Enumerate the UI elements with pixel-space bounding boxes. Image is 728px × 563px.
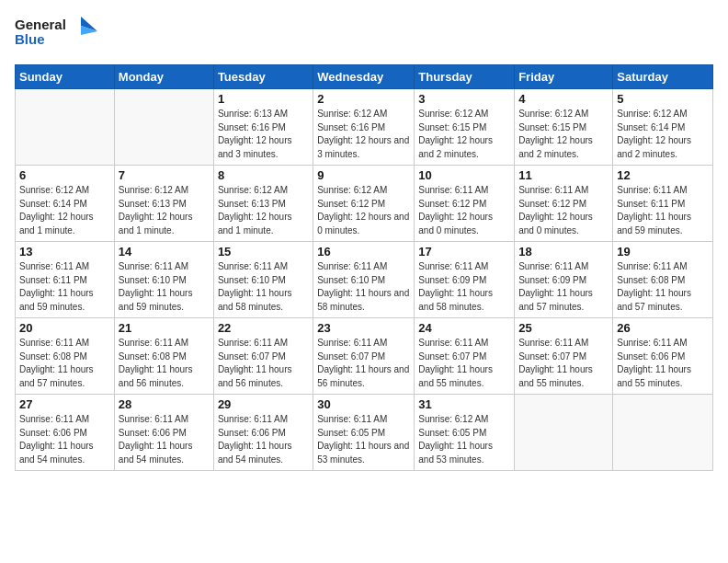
day-number: 12	[617, 168, 709, 182]
day-info: Sunrise: 6:11 AMSunset: 6:07 PMDaylight:…	[518, 337, 609, 390]
weekday-header-monday: Monday	[114, 65, 213, 89]
day-number: 3	[418, 92, 510, 106]
calendar-week-row-5: 27Sunrise: 6:11 AMSunset: 6:06 PMDayligh…	[16, 395, 713, 471]
day-number: 21	[119, 321, 210, 335]
day-number: 6	[19, 168, 110, 182]
calendar-cell: 26Sunrise: 6:11 AMSunset: 6:06 PMDayligh…	[613, 318, 713, 395]
logo-text: General Blue	[15, 13, 97, 57]
calendar-cell: 19Sunrise: 6:11 AMSunset: 6:08 PMDayligh…	[613, 242, 713, 318]
svg-text:General: General	[15, 17, 66, 32]
day-info: Sunrise: 6:11 AMSunset: 6:07 PMDaylight:…	[418, 337, 510, 390]
calendar-cell: 27Sunrise: 6:11 AMSunset: 6:06 PMDayligh…	[16, 395, 115, 471]
day-info: Sunrise: 6:11 AMSunset: 6:09 PMDaylight:…	[518, 260, 609, 314]
calendar-cell: 25Sunrise: 6:11 AMSunset: 6:07 PMDayligh…	[515, 318, 613, 395]
calendar-cell: 20Sunrise: 6:11 AMSunset: 6:08 PMDayligh…	[16, 318, 115, 395]
calendar-table: SundayMondayTuesdayWednesdayThursdayFrid…	[15, 64, 713, 471]
logo: General Blue	[15, 13, 97, 57]
day-info: Sunrise: 6:11 AMSunset: 6:10 PMDaylight:…	[119, 260, 210, 314]
page: General Blue SundayMondayTuesdayWednesda…	[0, 0, 728, 563]
calendar-cell: 2Sunrise: 6:12 AMSunset: 6:16 PMDaylight…	[313, 89, 415, 166]
day-info: Sunrise: 6:11 AMSunset: 6:08 PMDaylight:…	[617, 260, 709, 314]
day-number: 16	[317, 245, 410, 259]
weekday-header-thursday: Thursday	[415, 65, 515, 89]
day-number: 17	[418, 245, 510, 259]
day-info: Sunrise: 6:12 AMSunset: 6:13 PMDaylight:…	[119, 184, 210, 237]
calendar-cell: 4Sunrise: 6:12 AMSunset: 6:15 PMDaylight…	[515, 89, 613, 166]
day-info: Sunrise: 6:12 AMSunset: 6:14 PMDaylight:…	[19, 184, 110, 237]
day-number: 19	[617, 245, 709, 259]
day-number: 8	[218, 168, 309, 182]
day-info: Sunrise: 6:11 AMSunset: 6:07 PMDaylight:…	[317, 337, 410, 390]
weekday-header-saturday: Saturday	[613, 65, 713, 89]
calendar-cell: 12Sunrise: 6:11 AMSunset: 6:11 PMDayligh…	[613, 166, 713, 242]
calendar-cell: 23Sunrise: 6:11 AMSunset: 6:07 PMDayligh…	[313, 318, 415, 395]
day-info: Sunrise: 6:11 AMSunset: 6:08 PMDaylight:…	[119, 337, 210, 390]
day-number: 28	[119, 397, 210, 411]
day-info: Sunrise: 6:11 AMSunset: 6:12 PMDaylight:…	[418, 184, 510, 237]
day-number: 26	[617, 321, 709, 335]
calendar-week-row-2: 6Sunrise: 6:12 AMSunset: 6:14 PMDaylight…	[16, 166, 713, 242]
calendar-cell: 29Sunrise: 6:11 AMSunset: 6:06 PMDayligh…	[213, 395, 313, 471]
calendar-cell: 3Sunrise: 6:12 AMSunset: 6:15 PMDaylight…	[415, 89, 515, 166]
calendar-cell: 30Sunrise: 6:11 AMSunset: 6:05 PMDayligh…	[313, 395, 415, 471]
weekday-header-tuesday: Tuesday	[213, 65, 313, 89]
day-number: 4	[518, 92, 609, 106]
calendar-cell: 11Sunrise: 6:11 AMSunset: 6:12 PMDayligh…	[515, 166, 613, 242]
calendar-cell: 22Sunrise: 6:11 AMSunset: 6:07 PMDayligh…	[213, 318, 313, 395]
calendar-cell: 21Sunrise: 6:11 AMSunset: 6:08 PMDayligh…	[114, 318, 213, 395]
calendar-cell: 18Sunrise: 6:11 AMSunset: 6:09 PMDayligh…	[515, 242, 613, 318]
day-info: Sunrise: 6:11 AMSunset: 6:05 PMDaylight:…	[317, 413, 410, 466]
calendar-cell: 14Sunrise: 6:11 AMSunset: 6:10 PMDayligh…	[114, 242, 213, 318]
calendar-cell: 28Sunrise: 6:11 AMSunset: 6:06 PMDayligh…	[114, 395, 213, 471]
day-info: Sunrise: 6:12 AMSunset: 6:15 PMDaylight:…	[518, 108, 609, 161]
logo-icon: General Blue	[15, 13, 97, 53]
day-number: 1	[218, 92, 309, 106]
calendar-cell: 8Sunrise: 6:12 AMSunset: 6:13 PMDaylight…	[213, 166, 313, 242]
day-number: 13	[19, 245, 110, 259]
calendar-cell: 6Sunrise: 6:12 AMSunset: 6:14 PMDaylight…	[16, 166, 115, 242]
calendar-cell: 15Sunrise: 6:11 AMSunset: 6:10 PMDayligh…	[213, 242, 313, 318]
day-info: Sunrise: 6:12 AMSunset: 6:16 PMDaylight:…	[317, 108, 410, 161]
day-number: 31	[418, 397, 510, 411]
day-info: Sunrise: 6:11 AMSunset: 6:08 PMDaylight:…	[19, 337, 110, 390]
day-info: Sunrise: 6:12 AMSunset: 6:05 PMDaylight:…	[418, 413, 510, 466]
day-info: Sunrise: 6:11 AMSunset: 6:10 PMDaylight:…	[317, 260, 410, 314]
calendar-cell	[16, 89, 115, 166]
calendar-cell: 7Sunrise: 6:12 AMSunset: 6:13 PMDaylight…	[114, 166, 213, 242]
calendar-cell: 31Sunrise: 6:12 AMSunset: 6:05 PMDayligh…	[415, 395, 515, 471]
day-info: Sunrise: 6:11 AMSunset: 6:11 PMDaylight:…	[617, 184, 709, 237]
day-number: 15	[218, 245, 309, 259]
day-number: 7	[119, 168, 210, 182]
day-number: 29	[218, 397, 309, 411]
svg-text:Blue: Blue	[15, 31, 45, 47]
day-number: 14	[119, 245, 210, 259]
calendar-cell: 17Sunrise: 6:11 AMSunset: 6:09 PMDayligh…	[415, 242, 515, 318]
calendar-week-row-3: 13Sunrise: 6:11 AMSunset: 6:11 PMDayligh…	[16, 242, 713, 318]
day-number: 10	[418, 168, 510, 182]
calendar-cell: 1Sunrise: 6:13 AMSunset: 6:16 PMDaylight…	[213, 89, 313, 166]
calendar-week-row-1: 1Sunrise: 6:13 AMSunset: 6:16 PMDaylight…	[16, 89, 713, 166]
day-number: 9	[317, 168, 410, 182]
calendar-cell: 16Sunrise: 6:11 AMSunset: 6:10 PMDayligh…	[313, 242, 415, 318]
day-number: 23	[317, 321, 410, 335]
calendar-cell	[515, 395, 613, 471]
day-number: 2	[317, 92, 410, 106]
day-info: Sunrise: 6:11 AMSunset: 6:06 PMDaylight:…	[218, 413, 309, 466]
calendar-cell: 10Sunrise: 6:11 AMSunset: 6:12 PMDayligh…	[415, 166, 515, 242]
day-number: 24	[418, 321, 510, 335]
day-number: 5	[617, 92, 709, 106]
day-info: Sunrise: 6:11 AMSunset: 6:09 PMDaylight:…	[418, 260, 510, 314]
day-number: 11	[518, 168, 609, 182]
day-number: 20	[19, 321, 110, 335]
calendar-cell: 13Sunrise: 6:11 AMSunset: 6:11 PMDayligh…	[16, 242, 115, 318]
day-number: 27	[19, 397, 110, 411]
calendar-cell	[114, 89, 213, 166]
day-info: Sunrise: 6:12 AMSunset: 6:14 PMDaylight:…	[617, 108, 709, 161]
day-info: Sunrise: 6:13 AMSunset: 6:16 PMDaylight:…	[218, 108, 309, 161]
calendar-cell	[613, 395, 713, 471]
weekday-header-sunday: Sunday	[16, 65, 115, 89]
day-info: Sunrise: 6:12 AMSunset: 6:12 PMDaylight:…	[317, 184, 410, 237]
day-number: 18	[518, 245, 609, 259]
calendar-cell: 24Sunrise: 6:11 AMSunset: 6:07 PMDayligh…	[415, 318, 515, 395]
day-info: Sunrise: 6:11 AMSunset: 6:06 PMDaylight:…	[119, 413, 210, 466]
